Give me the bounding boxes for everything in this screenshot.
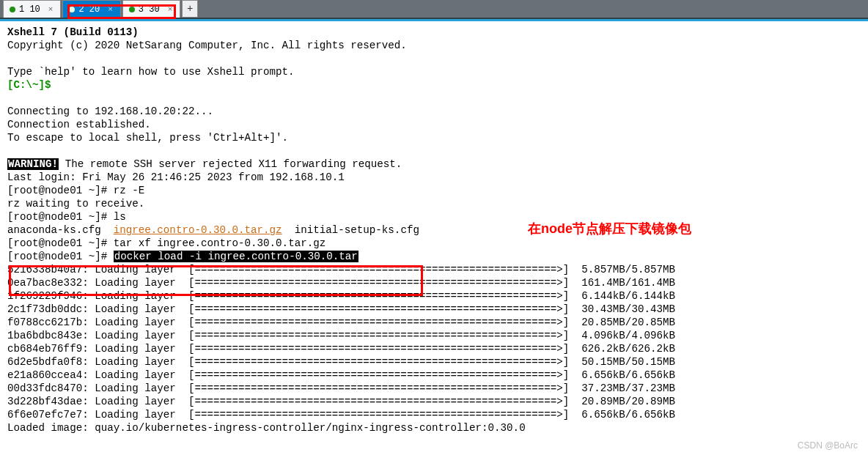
docker-layers-block: 5216338b40a7: Loading layer [===========… (7, 263, 861, 421)
terminal-output[interactable]: Xshell 7 (Build 0113) Copyright (c) 2020… (0, 21, 868, 455)
docker-layer-line: f0788cc6217b: Loading layer [===========… (7, 316, 861, 329)
docker-layer-line: 6f6e07efc7e7: Loading layer [===========… (7, 408, 861, 421)
help-line: Type `help' to learn how to use Xshell p… (7, 66, 295, 78)
status-dot-icon (10, 7, 15, 12)
docker-layer-line: 6d2e5bdfa0f8: Loading layer [===========… (7, 355, 861, 369)
tab-label: 1 10 (19, 4, 40, 15)
cmd-ls: ls (114, 211, 126, 223)
copyright-line: Copyright (c) 2020 NetSarang Computer, I… (7, 40, 407, 51)
tab-label: 2 20 (78, 4, 100, 15)
docker-layer-line: cb684eb76ff9: Loading layer [===========… (7, 342, 861, 355)
local-prompt: [C:\~]$ (7, 79, 51, 91)
close-icon[interactable]: × (48, 5, 54, 14)
warning-rest: The remote SSH server rejected X11 forwa… (59, 158, 402, 170)
last-login-line: Last login: Fri May 26 21:46:25 2023 fro… (7, 171, 345, 183)
session-tab-2[interactable]: 2 20 × (62, 0, 120, 18)
established-line: Connection established. (7, 119, 151, 130)
loaded-image-line: Loaded image: quay.io/kubernetes-ingress… (7, 422, 526, 434)
shell-prompt: [root@node01 ~]# (7, 185, 114, 196)
docker-layer-line: 00d33fdc8470: Loading layer [===========… (7, 382, 861, 395)
cmd-rz: rz -E (114, 185, 145, 196)
escape-line: To escape to local shell, press 'Ctrl+Al… (7, 132, 288, 144)
watermark: CSDN @BoArc (798, 440, 858, 451)
docker-layer-line: 1ba6bdbc843e: Loading layer [===========… (7, 329, 861, 342)
cmd-tar: tar xf ingree.contro-0.30.0.tar.gz (114, 237, 326, 249)
status-dot-icon (69, 7, 75, 12)
ls-output: anaconda-ks.cfg (7, 224, 114, 236)
docker-layer-line: e21a860ccea4: Loading layer [===========… (7, 369, 861, 382)
docker-layer-line: 1f269229f946: Loading layer [===========… (7, 289, 861, 303)
tab-label: 3 30 (139, 4, 160, 15)
session-tab-3[interactable]: 3 30 × (122, 0, 180, 18)
terminal-container: Xshell 7 (Build 0113) Copyright (c) 2020… (0, 19, 868, 455)
rz-wait-line: rz waiting to receive. (7, 198, 144, 210)
shell-prompt: [root@node01 ~]# (7, 211, 114, 223)
close-icon[interactable]: × (108, 5, 113, 14)
shell-prompt: [root@node01 ~]# (7, 251, 114, 262)
warning-label: WARNING! (7, 158, 59, 170)
docker-layer-line: 3d228bf43dae: Loading layer [===========… (7, 395, 861, 408)
tab-bar: 1 10 × 2 20 × 3 30 × + (0, 0, 868, 19)
add-tab-button[interactable]: + (182, 0, 198, 18)
ls-output: initial-setup-ks.cfg (282, 224, 419, 236)
close-icon[interactable]: × (168, 5, 173, 14)
docker-layer-line: 5216338b40a7: Loading layer [===========… (7, 263, 861, 276)
shell-prompt: [root@node01 ~]# (7, 237, 114, 249)
connecting-line: Connecting to 192.168.10.20:22... (7, 106, 213, 117)
status-dot-icon (129, 7, 135, 12)
docker-layer-line: 2c1f73db0ddc: Loading layer [===========… (7, 303, 861, 316)
ls-archive-file: ingree.contro-0.30.0.tar.gz (114, 224, 282, 236)
app-title: Xshell 7 (Build 0113) (7, 26, 139, 38)
annotation-text: 在node节点解压下载镜像包 (528, 220, 691, 237)
docker-layer-line: 0ea7bac8e332: Loading layer [===========… (7, 276, 861, 289)
session-tab-1[interactable]: 1 10 × (3, 0, 61, 18)
cmd-docker-load: docker load -i ingree.contro-0.30.0.tar (114, 251, 358, 262)
